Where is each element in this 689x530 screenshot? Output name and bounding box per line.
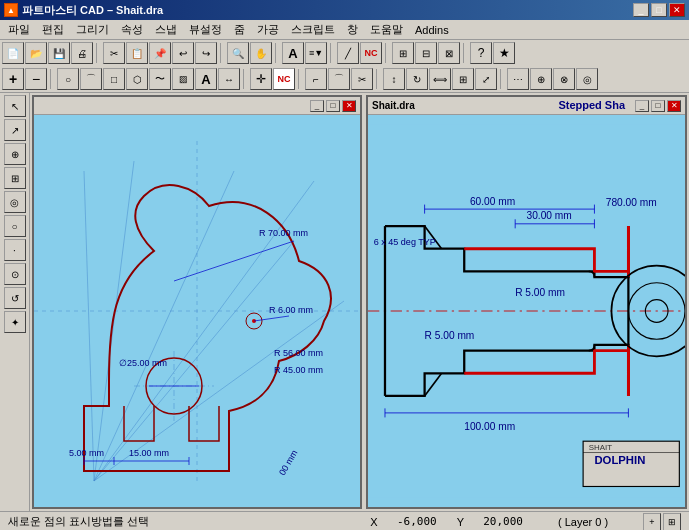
cad-maximize-right[interactable]: □ (651, 100, 665, 112)
menu-window[interactable]: 창 (341, 20, 364, 39)
close-button[interactable]: ✕ (669, 3, 685, 17)
extra2[interactable]: ◎ (576, 68, 598, 90)
scale-tool[interactable]: ⤢ (475, 68, 497, 90)
cut-button[interactable]: ✂ (103, 42, 125, 64)
move-tool[interactable]: ↕ (383, 68, 405, 90)
undo-button[interactable]: ↩ (172, 42, 194, 64)
status-grid-btn[interactable]: ⊞ (663, 513, 681, 531)
svg-text:30.00 mm: 30.00 mm (527, 210, 572, 221)
status-bar: 새로운 점의 표시방법를 선택 X -6,000 Y 20,000 ( Laye… (0, 511, 689, 530)
snap-tool[interactable]: ✛ (250, 68, 272, 90)
menu-properties[interactable]: 속성 (115, 20, 149, 39)
explode-tool[interactable]: ⋯ (507, 68, 529, 90)
y-value: 20,000 (468, 515, 523, 528)
layer-status: ( Layer 0 ) (543, 516, 623, 528)
left-rotate[interactable]: ↺ (4, 287, 26, 309)
menu-addins[interactable]: Addins (409, 22, 455, 38)
sep3 (275, 43, 279, 63)
cad-close-right[interactable]: ✕ (667, 100, 681, 112)
info-button[interactable]: ★ (493, 42, 515, 64)
x-label: X (370, 516, 377, 528)
grid2-button[interactable]: ⊟ (415, 42, 437, 64)
cad-title-bar-left: _ □ ✕ (34, 97, 360, 115)
stepped-shaft-label: Stepped Sha (558, 99, 625, 111)
del-point[interactable]: − (25, 68, 47, 90)
grid-button[interactable]: ⊞ (392, 42, 414, 64)
svg-text:780.00 mm: 780.00 mm (606, 197, 657, 208)
cad-minimize-left[interactable]: _ (310, 100, 324, 112)
left-arrow-up[interactable]: ↖ (4, 95, 26, 117)
print-button[interactable]: 🖨 (71, 42, 93, 64)
menu-file[interactable]: 파일 (2, 20, 36, 39)
main-area: ↖ ↗ ⊕ ⊞ ◎ ○ · ⊙ ↺ ✦ _ □ ✕ (0, 93, 689, 511)
left-point[interactable]: · (4, 239, 26, 261)
cad-title-bar-right: Shait.dra Stepped Sha _ □ ✕ (368, 97, 685, 115)
sep1 (96, 43, 100, 63)
cad-controls-left[interactable]: _ □ ✕ (310, 100, 356, 112)
left-center[interactable]: ⊙ (4, 263, 26, 285)
cad-window-left[interactable]: _ □ ✕ (32, 95, 362, 509)
grid3-button[interactable]: ⊠ (438, 42, 460, 64)
cad-minimize-right[interactable]: _ (635, 100, 649, 112)
layer-button[interactable]: ≡▼ (305, 42, 327, 64)
cad-window-right[interactable]: Shait.dra Stepped Sha _ □ ✕ (366, 95, 687, 509)
cad-close-left[interactable]: ✕ (342, 100, 356, 112)
draw-rect[interactable]: □ (103, 68, 125, 90)
zoom-button[interactable]: 🔍 (227, 42, 249, 64)
cad-maximize-left[interactable]: □ (326, 100, 340, 112)
extra1[interactable]: ⊗ (553, 68, 575, 90)
copy-button[interactable]: 📋 (126, 42, 148, 64)
line-button[interactable]: ╱ (337, 42, 359, 64)
help-button[interactable]: ? (470, 42, 492, 64)
menu-help[interactable]: 도움말 (364, 20, 409, 39)
draw-text[interactable]: A (195, 68, 217, 90)
left-snap2[interactable]: ⊞ (4, 167, 26, 189)
draw-spline[interactable]: 〜 (149, 68, 171, 90)
left-snap1[interactable]: ⊕ (4, 143, 26, 165)
draw-polygon[interactable]: ⬡ (126, 68, 148, 90)
paste-button[interactable]: 📌 (149, 42, 171, 64)
pan-button[interactable]: ✋ (250, 42, 272, 64)
new-button[interactable]: 📄 (2, 42, 24, 64)
add-point[interactable]: + (2, 68, 24, 90)
status-snap-btn[interactable]: + (643, 513, 661, 531)
dim-tool[interactable]: ↔ (218, 68, 240, 90)
left-cursor[interactable]: ↗ (4, 119, 26, 141)
toolbar-row-2: + − ○ ⌒ □ ⬡ 〜 ▨ A ↔ ✛ NC ⌐ ⌒ ✂ ↕ ↻ ⟺ ⊞ ⤢… (0, 66, 689, 92)
menu-draw[interactable]: 그리기 (70, 20, 115, 39)
rotate-tool[interactable]: ↻ (406, 68, 428, 90)
menu-machining[interactable]: 가공 (251, 20, 285, 39)
menu-script[interactable]: 스크립트 (285, 20, 341, 39)
save-button[interactable]: 💾 (48, 42, 70, 64)
open-button[interactable]: 📂 (25, 42, 47, 64)
title-bar-controls[interactable]: _ □ ✕ (633, 3, 685, 17)
trim-tool[interactable]: ✂ (351, 68, 373, 90)
text-button[interactable]: A (282, 42, 304, 64)
corner-tool[interactable]: ⌐ (305, 68, 327, 90)
sep2 (220, 43, 224, 63)
left-snap3[interactable]: ◎ (4, 191, 26, 213)
join-tool[interactable]: ⊕ (530, 68, 552, 90)
draw-arc[interactable]: ⌒ (80, 68, 102, 90)
coord-input: X -6,000 (370, 515, 436, 528)
fillet-tool[interactable]: ⌒ (328, 68, 350, 90)
nc2-button[interactable]: NC (273, 68, 295, 90)
menu-view[interactable]: 뷰설정 (183, 20, 228, 39)
svg-text:5.00 mm: 5.00 mm (69, 448, 104, 458)
maximize-button[interactable]: □ (651, 3, 667, 17)
left-circle[interactable]: ○ (4, 215, 26, 237)
cad-controls-right[interactable]: _ □ ✕ (635, 100, 681, 112)
mirror-tool[interactable]: ⟺ (429, 68, 451, 90)
draw-circle[interactable]: ○ (57, 68, 79, 90)
draw-hatch[interactable]: ▨ (172, 68, 194, 90)
svg-text:6 x 45 deg TYP: 6 x 45 deg TYP (374, 237, 436, 247)
menu-snap[interactable]: 스냅 (149, 20, 183, 39)
minimize-button[interactable]: _ (633, 3, 649, 17)
left-extra[interactable]: ✦ (4, 311, 26, 333)
array-tool[interactable]: ⊞ (452, 68, 474, 90)
nc-button[interactable]: NC (360, 42, 382, 64)
menu-zoom[interactable]: 줌 (228, 20, 251, 39)
redo-button[interactable]: ↪ (195, 42, 217, 64)
menu-edit[interactable]: 편집 (36, 20, 70, 39)
sep4 (330, 43, 334, 63)
